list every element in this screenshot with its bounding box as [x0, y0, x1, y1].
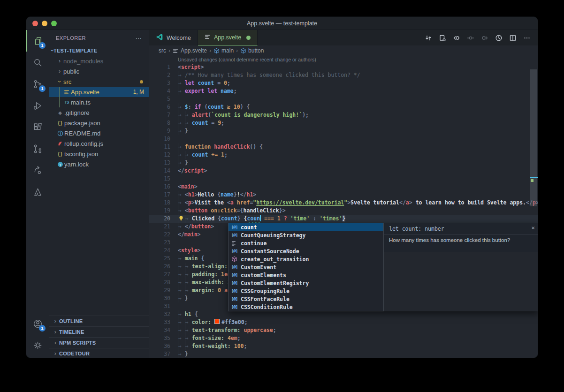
line-number: 16	[149, 183, 178, 191]
split-editor-icon[interactable]	[507, 32, 519, 44]
sidebar-panel-npm-scripts[interactable]: ›NPM SCRIPTS	[49, 337, 149, 348]
lightbulb-icon[interactable]	[178, 215, 185, 223]
folder-row-src[interactable]: ›src	[49, 76, 149, 87]
suggest-item-cssconditionrule[interactable]: [@]CSSConditionRule	[229, 303, 383, 311]
code-line-2[interactable]: 2→ /** How many times has someone clicke…	[149, 71, 538, 79]
suggest-item-continue[interactable]: continue	[229, 239, 383, 247]
code-line-8[interactable]: 8→ → count = 9;	[149, 119, 538, 127]
suggest-item-customelements[interactable]: [@]customElements	[229, 271, 383, 279]
code-line-37[interactable]: 37→ }	[149, 350, 538, 358]
tree-root-test-template[interactable]: › TEST-TEMPLATE	[49, 45, 149, 56]
activity-item-settings[interactable]	[26, 334, 49, 356]
code-line-32[interactable]: 32→ h1 {	[149, 310, 538, 318]
code-line-34[interactable]: 34→ → text-transform: uppercase;	[149, 326, 538, 334]
suggest-item-count[interactable]: [@]count	[229, 223, 383, 231]
token: ;	[244, 343, 247, 349]
file-row-package-json[interactable]: {}package.json	[49, 118, 149, 128]
code-editor[interactable]: Unsaved changes (cannot determine recent…	[149, 56, 538, 358]
suggest-item-cssfontfacerule[interactable]: [@]CSSFontFaceRule	[229, 295, 383, 303]
code-line-10[interactable]: 10	[149, 135, 538, 143]
folder-row-public[interactable]: ›public	[49, 66, 149, 76]
open-changes-icon[interactable]	[436, 32, 449, 44]
activity-item-azure[interactable]	[26, 181, 49, 203]
sidebar-panel-codetour[interactable]: ›CODETOUR	[49, 348, 149, 358]
breadcrumb-item-button[interactable]: button	[240, 47, 264, 54]
token: </	[185, 223, 191, 230]
code-line-17[interactable]: 17→ <h1>Hello {name}!</h1>	[149, 191, 538, 199]
code-line-20[interactable]: 20→ Clicked {count} {coun === 1 ? 'time'…	[149, 215, 538, 223]
code-line-12[interactable]: 12→ → count += 1;	[149, 151, 538, 159]
code-line-15[interactable]: 15	[149, 175, 538, 183]
file-row-yarn-lock[interactable]: yyarn.lock	[49, 159, 149, 169]
file-row-rollup-config-js[interactable]: rollup.config.js	[49, 138, 149, 149]
zoom-window-button[interactable]	[51, 21, 57, 26]
sidebar-panel-timeline[interactable]: ›TIMELINE	[49, 326, 149, 337]
file-row--gitignore[interactable]: ◆.gitignore	[49, 107, 149, 118]
file-row-readme-md[interactable]: README.md	[49, 128, 149, 138]
tab-welcome[interactable]: Welcome	[149, 30, 198, 45]
activity-item-search[interactable]	[26, 52, 49, 73]
gitlens-compare-icon[interactable]	[422, 32, 434, 44]
suggest-item-cssgroupingrule[interactable]: [@]CSSGroupingRule	[229, 287, 383, 295]
code-line-33[interactable]: 33→ → color: #ff3e00;	[149, 318, 538, 326]
activity-badge: 1	[39, 42, 46, 49]
breadcrumb-item-main[interactable]: main	[213, 47, 234, 54]
code-line-13[interactable]: 13→ }	[149, 159, 538, 167]
scrollbar-thumb[interactable]	[530, 69, 537, 206]
code-line-3[interactable]: 3→ let count = 0;	[149, 79, 538, 87]
code-line-7[interactable]: 7→ → alert(`count is dangerously high!`)…	[149, 111, 538, 119]
code-line-14[interactable]: 14</script>	[149, 167, 538, 175]
explorer-more-actions-icon[interactable]: ⋯	[136, 34, 143, 42]
activity-item-live-share[interactable]	[26, 159, 49, 181]
file-row-tsconfig-json[interactable]: {}tsconfig.json	[49, 149, 149, 159]
code-line-6[interactable]: 6→ $: if (count ≥ 10) {	[149, 103, 538, 111]
token	[211, 319, 214, 325]
file-row-main-ts[interactable]: TSmain.ts	[49, 97, 149, 107]
suggest-item-create_out_transition[interactable]: create_out_transition	[229, 255, 383, 263]
code-line-18[interactable]: 18→ <p>Visit the <a href="https://svelte…	[149, 199, 538, 207]
token: 4	[228, 335, 231, 341]
code-line-11[interactable]: 11→ function handleClick() {	[149, 143, 538, 151]
code-line-36[interactable]: 36→ → font-weight: 100;	[149, 342, 538, 350]
token: export	[185, 88, 205, 94]
token: alert	[192, 112, 208, 118]
next-change-icon[interactable]	[479, 32, 491, 44]
editor-scrollbar[interactable]	[530, 68, 538, 358]
close-icon[interactable]: ×	[531, 225, 535, 231]
file-label: tsconfig.json	[64, 151, 98, 158]
activity-item-run-debug[interactable]	[26, 95, 49, 116]
suggest-item-customelementregistry[interactable]: [@]CustomElementRegistry	[229, 279, 383, 287]
close-window-button[interactable]	[32, 21, 38, 26]
suggest-item-constantsourcenode[interactable]: [@]ConstantSourceNode	[229, 247, 383, 255]
more-actions-icon[interactable]	[521, 32, 533, 44]
suggest-item-countqueuingstrategy[interactable]: [@]CountQueuingStrategy	[229, 231, 383, 239]
code-line-35[interactable]: 35→ → font-size: 4em;	[149, 334, 538, 342]
current-change-icon[interactable]	[465, 32, 477, 44]
code-line-5[interactable]: 5	[149, 95, 538, 103]
sidebar-panel-outline[interactable]: ›OUTLINE	[49, 316, 149, 326]
code-tokens: → h1 {	[178, 310, 198, 318]
tab-app-svelte[interactable]: App.svelte	[198, 30, 258, 45]
code-line-9[interactable]: 9→ }	[149, 127, 538, 135]
activity-item-accounts[interactable]: 1	[26, 313, 49, 334]
breadcrumb-item-app-svelte[interactable]: App.svelte	[173, 47, 207, 54]
gitlens-heatmap-icon[interactable]	[493, 32, 505, 44]
activity-item-explorer[interactable]: 1	[26, 30, 49, 52]
minimize-window-button[interactable]	[42, 21, 47, 26]
code-line-1[interactable]: 1<script>	[149, 63, 538, 71]
previous-change-icon[interactable]	[450, 32, 463, 44]
gitlens-annotation: Unsaved changes (cannot determine recent…	[178, 56, 538, 63]
token	[234, 199, 237, 206]
code-line-16[interactable]: 16<main>	[149, 183, 538, 191]
breadcrumb-item-src[interactable]: src	[159, 47, 166, 54]
github-pr-icon	[32, 143, 43, 154]
activity-item-source-control[interactable]: 1	[26, 73, 49, 95]
suggest-item-customevent[interactable]: [@]CustomEvent	[229, 263, 383, 271]
activity-item-github-pr[interactable]	[26, 138, 49, 159]
file-row-app-svelte[interactable]: App.svelte1, M	[49, 87, 149, 97]
code-line-4[interactable]: 4→ export let name;	[149, 87, 538, 95]
activity-item-extensions[interactable]	[26, 116, 49, 138]
folder-row-node-modules[interactable]: ›node_modules	[49, 56, 149, 66]
file-label: main.ts	[71, 99, 91, 106]
code-line-19[interactable]: 19→ <button on:click={handleClick}>	[149, 207, 538, 215]
